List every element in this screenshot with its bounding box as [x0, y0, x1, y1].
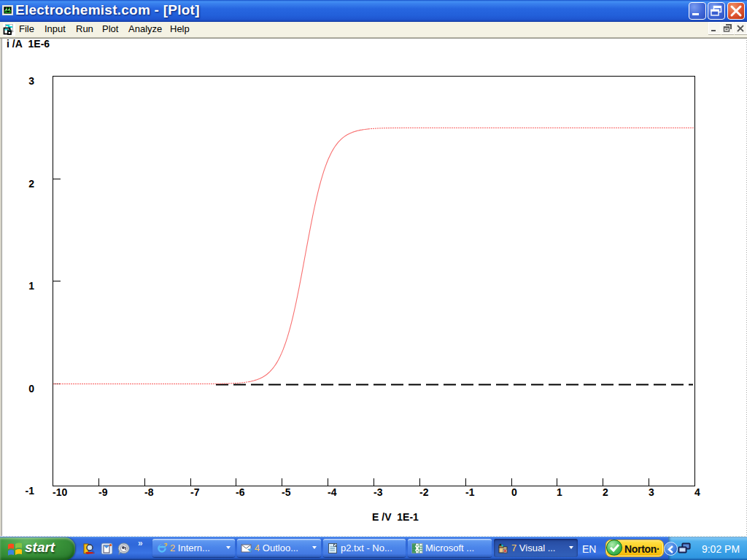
svg-text:0: 0	[511, 486, 517, 498]
svg-text:-10: -10	[53, 486, 67, 498]
svg-text:1: 1	[28, 280, 34, 292]
svg-text:-5: -5	[282, 486, 291, 498]
svg-text:-4: -4	[328, 486, 337, 498]
svg-text:0: 0	[28, 383, 34, 394]
svg-text:-6: -6	[236, 486, 245, 498]
svg-text:-1: -1	[465, 486, 475, 498]
svg-text:3: 3	[649, 486, 654, 498]
svg-text:-8: -8	[144, 486, 154, 498]
svg-text:-7: -7	[190, 486, 200, 498]
svg-text:-9: -9	[98, 486, 108, 498]
svg-text:3: 3	[28, 75, 34, 87]
svg-text:-3: -3	[374, 486, 383, 498]
svg-text:2: 2	[28, 178, 34, 190]
svg-text:2: 2	[603, 486, 608, 498]
svg-text:E /V 1E-1: E /V 1E-1	[372, 511, 419, 523]
svg-text:i /A 1E-6: i /A 1E-6	[7, 38, 50, 50]
svg-text:1: 1	[557, 486, 562, 498]
svg-text:4: 4	[694, 486, 700, 498]
svg-text:-1: -1	[26, 485, 35, 497]
svg-text:-2: -2	[419, 486, 429, 498]
